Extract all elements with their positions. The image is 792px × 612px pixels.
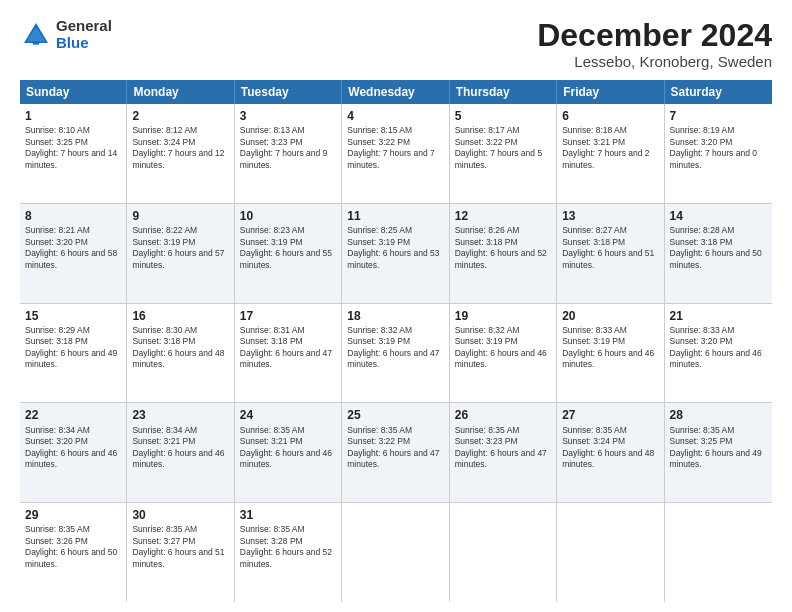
sunset-text: Sunset: 3:25 PM [670, 436, 733, 446]
day-cell-24: 24Sunrise: 8:35 AMSunset: 3:21 PMDayligh… [235, 403, 342, 502]
sunset-text: Sunset: 3:20 PM [25, 436, 88, 446]
sunrise-text: Sunrise: 8:31 AM [240, 325, 305, 335]
logo-blue: Blue [56, 34, 89, 51]
sunset-text: Sunset: 3:18 PM [240, 336, 303, 346]
sunrise-text: Sunrise: 8:15 AM [347, 125, 412, 135]
day-number: 28 [670, 407, 767, 423]
day-header-monday: Monday [127, 80, 234, 104]
day-cell-10: 10Sunrise: 8:23 AMSunset: 3:19 PMDayligh… [235, 204, 342, 303]
day-header-wednesday: Wednesday [342, 80, 449, 104]
daylight-text: Daylight: 6 hours and 46 minutes. [132, 448, 224, 469]
sunrise-text: Sunrise: 8:27 AM [562, 225, 627, 235]
daylight-text: Daylight: 6 hours and 50 minutes. [25, 547, 117, 568]
day-number: 20 [562, 308, 658, 324]
day-header-tuesday: Tuesday [235, 80, 342, 104]
logo-general: General [56, 17, 112, 34]
sunset-text: Sunset: 3:18 PM [25, 336, 88, 346]
day-number: 23 [132, 407, 228, 423]
day-cell-26: 26Sunrise: 8:35 AMSunset: 3:23 PMDayligh… [450, 403, 557, 502]
sunset-text: Sunset: 3:26 PM [25, 536, 88, 546]
sunrise-text: Sunrise: 8:34 AM [132, 425, 197, 435]
day-cell-18: 18Sunrise: 8:32 AMSunset: 3:19 PMDayligh… [342, 304, 449, 403]
main-title: December 2024 [537, 18, 772, 53]
page: General Blue December 2024 Lessebo, Kron… [0, 0, 792, 612]
empty-cell [557, 503, 664, 602]
day-number: 22 [25, 407, 121, 423]
sunrise-text: Sunrise: 8:32 AM [455, 325, 520, 335]
sunset-text: Sunset: 3:19 PM [562, 336, 625, 346]
daylight-text: Daylight: 7 hours and 7 minutes. [347, 148, 434, 169]
day-cell-30: 30Sunrise: 8:35 AMSunset: 3:27 PMDayligh… [127, 503, 234, 602]
day-cell-17: 17Sunrise: 8:31 AMSunset: 3:18 PMDayligh… [235, 304, 342, 403]
day-header-saturday: Saturday [665, 80, 772, 104]
sunrise-text: Sunrise: 8:22 AM [132, 225, 197, 235]
day-cell-21: 21Sunrise: 8:33 AMSunset: 3:20 PMDayligh… [665, 304, 772, 403]
sunset-text: Sunset: 3:21 PM [240, 436, 303, 446]
sunset-text: Sunset: 3:19 PM [132, 237, 195, 247]
daylight-text: Daylight: 6 hours and 51 minutes. [132, 547, 224, 568]
daylight-text: Daylight: 6 hours and 51 minutes. [562, 248, 654, 269]
sunset-text: Sunset: 3:20 PM [670, 137, 733, 147]
empty-cell [665, 503, 772, 602]
calendar-header: SundayMondayTuesdayWednesdayThursdayFrid… [20, 80, 772, 104]
day-cell-13: 13Sunrise: 8:27 AMSunset: 3:18 PMDayligh… [557, 204, 664, 303]
daylight-text: Daylight: 6 hours and 47 minutes. [347, 448, 439, 469]
sunrise-text: Sunrise: 8:35 AM [562, 425, 627, 435]
day-number: 29 [25, 507, 121, 523]
sunset-text: Sunset: 3:18 PM [562, 237, 625, 247]
day-cell-3: 3Sunrise: 8:13 AMSunset: 3:23 PMDaylight… [235, 104, 342, 203]
sunset-text: Sunset: 3:22 PM [455, 137, 518, 147]
sunset-text: Sunset: 3:18 PM [670, 237, 733, 247]
day-cell-23: 23Sunrise: 8:34 AMSunset: 3:21 PMDayligh… [127, 403, 234, 502]
sunset-text: Sunset: 3:23 PM [240, 137, 303, 147]
sunset-text: Sunset: 3:24 PM [132, 137, 195, 147]
day-cell-7: 7Sunrise: 8:19 AMSunset: 3:20 PMDaylight… [665, 104, 772, 203]
daylight-text: Daylight: 6 hours and 48 minutes. [132, 348, 224, 369]
day-number: 25 [347, 407, 443, 423]
calendar-week-3: 15Sunrise: 8:29 AMSunset: 3:18 PMDayligh… [20, 304, 772, 404]
day-number: 3 [240, 108, 336, 124]
day-number: 15 [25, 308, 121, 324]
day-number: 12 [455, 208, 551, 224]
day-number: 6 [562, 108, 658, 124]
calendar: SundayMondayTuesdayWednesdayThursdayFrid… [20, 80, 772, 602]
sunrise-text: Sunrise: 8:34 AM [25, 425, 90, 435]
sunrise-text: Sunrise: 8:25 AM [347, 225, 412, 235]
day-number: 4 [347, 108, 443, 124]
daylight-text: Daylight: 7 hours and 2 minutes. [562, 148, 649, 169]
sunset-text: Sunset: 3:25 PM [25, 137, 88, 147]
header: General Blue December 2024 Lessebo, Kron… [20, 18, 772, 70]
day-number: 10 [240, 208, 336, 224]
sunrise-text: Sunrise: 8:35 AM [240, 425, 305, 435]
sunset-text: Sunset: 3:20 PM [670, 336, 733, 346]
calendar-week-5: 29Sunrise: 8:35 AMSunset: 3:26 PMDayligh… [20, 503, 772, 602]
day-number: 24 [240, 407, 336, 423]
sunset-text: Sunset: 3:18 PM [455, 237, 518, 247]
day-number: 7 [670, 108, 767, 124]
day-number: 21 [670, 308, 767, 324]
daylight-text: Daylight: 6 hours and 47 minutes. [347, 348, 439, 369]
calendar-week-2: 8Sunrise: 8:21 AMSunset: 3:20 PMDaylight… [20, 204, 772, 304]
daylight-text: Daylight: 7 hours and 9 minutes. [240, 148, 327, 169]
sunset-text: Sunset: 3:19 PM [455, 336, 518, 346]
calendar-week-4: 22Sunrise: 8:34 AMSunset: 3:20 PMDayligh… [20, 403, 772, 503]
daylight-text: Daylight: 6 hours and 46 minutes. [670, 348, 762, 369]
day-cell-28: 28Sunrise: 8:35 AMSunset: 3:25 PMDayligh… [665, 403, 772, 502]
sunrise-text: Sunrise: 8:13 AM [240, 125, 305, 135]
empty-cell [342, 503, 449, 602]
sunrise-text: Sunrise: 8:12 AM [132, 125, 197, 135]
day-cell-14: 14Sunrise: 8:28 AMSunset: 3:18 PMDayligh… [665, 204, 772, 303]
day-cell-22: 22Sunrise: 8:34 AMSunset: 3:20 PMDayligh… [20, 403, 127, 502]
sunrise-text: Sunrise: 8:35 AM [670, 425, 735, 435]
daylight-text: Daylight: 7 hours and 0 minutes. [670, 148, 757, 169]
day-header-sunday: Sunday [20, 80, 127, 104]
calendar-week-1: 1Sunrise: 8:10 AMSunset: 3:25 PMDaylight… [20, 104, 772, 204]
day-cell-27: 27Sunrise: 8:35 AMSunset: 3:24 PMDayligh… [557, 403, 664, 502]
day-number: 17 [240, 308, 336, 324]
day-number: 13 [562, 208, 658, 224]
sunrise-text: Sunrise: 8:10 AM [25, 125, 90, 135]
logo: General Blue [20, 18, 112, 51]
day-number: 31 [240, 507, 336, 523]
day-cell-4: 4Sunrise: 8:15 AMSunset: 3:22 PMDaylight… [342, 104, 449, 203]
sunrise-text: Sunrise: 8:17 AM [455, 125, 520, 135]
